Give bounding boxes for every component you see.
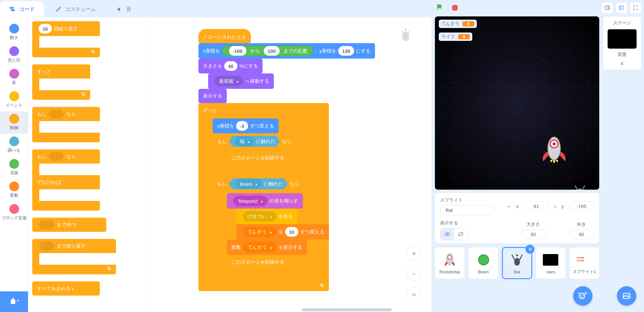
- block-broadcast[interactable]: げきつい を送る: [236, 209, 297, 224]
- svg-rect-0: [10, 7, 14, 9]
- sprite-y-input[interactable]: [569, 201, 594, 211]
- category-sound[interactable]: 音: [0, 66, 28, 89]
- sprite-card-beam[interactable]: Beam: [468, 247, 498, 279]
- stage-small-button[interactable]: [601, 2, 613, 14]
- svg-point-24: [514, 258, 520, 266]
- svg-text:+: +: [16, 298, 19, 303]
- category-events[interactable]: イベント: [0, 89, 28, 111]
- block-when-cloned[interactable]: クローンされたとき: [198, 29, 251, 43]
- block-go-to-layer[interactable]: 最前面 へ移動する: [208, 73, 274, 89]
- add-backdrop-fab[interactable]: [617, 286, 636, 306]
- stage-selector[interactable]: ステージ 背景 4: [603, 16, 641, 70]
- svg-point-6: [405, 29, 407, 31]
- palette-block-forever[interactable]: ずっと: [32, 64, 90, 100]
- stage-sprite-bat[interactable]: [573, 184, 586, 190]
- zoom-reset-button[interactable]: ＝: [407, 287, 421, 302]
- sprite-x-input[interactable]: [524, 201, 549, 211]
- block-if-touching-beam[interactable]: もし Beam に触れた なら: [213, 176, 329, 280]
- boolean-slot: [48, 152, 64, 161]
- dropdown-touch-target[interactable]: Beam: [235, 179, 262, 189]
- block-play-sound[interactable]: Teleport2 の音を鳴らす: [227, 193, 303, 209]
- svg-point-27: [580, 295, 582, 296]
- category-motion[interactable]: 動き: [0, 21, 28, 44]
- svg-rect-3: [12, 298, 14, 299]
- stage[interactable]: てんすう 0 ライフ 4: [435, 16, 600, 190]
- block-show-variable[interactable]: 変数 てんすう を表示する: [227, 240, 307, 255]
- green-flag-button[interactable]: [435, 2, 446, 13]
- sprite-name-input[interactable]: [440, 205, 495, 215]
- svg-text:+: +: [585, 291, 588, 296]
- palette-block-repeat-until[interactable]: まで繰り返す: [32, 239, 116, 274]
- sprite-direction-input[interactable]: [569, 229, 594, 239]
- category-sensing[interactable]: 調べる: [0, 134, 28, 156]
- stop-button[interactable]: [449, 2, 460, 13]
- dropdown-variable[interactable]: てんすう: [243, 227, 276, 237]
- reporter-touching-edge[interactable]: 端 に触れた: [229, 136, 280, 147]
- reporter-touching-beam[interactable]: Beam に触れた: [229, 178, 288, 189]
- block-change-y[interactable]: y座標を -3 ずつ変える: [213, 118, 279, 133]
- dropdown-variable[interactable]: てんすう: [243, 242, 276, 252]
- block-categories: 動き 見た目 音 イベント 制御 調べる 演算 変数 ブロック定義 +: [0, 17, 28, 312]
- palette-block-stop[interactable]: すべてを止める: [32, 281, 100, 296]
- block-forever[interactable]: ずっと y座標を -3 ずつ変える: [198, 103, 329, 291]
- sprite-size-input[interactable]: [521, 229, 546, 239]
- dropdown-touch-target[interactable]: 端: [235, 136, 254, 147]
- monitor-life[interactable]: ライフ 4: [439, 33, 472, 41]
- palette-block-wait-until[interactable]: まで待つ: [32, 218, 106, 232]
- reporter-random[interactable]: -100 から 100 までの乱数: [222, 46, 313, 56]
- dropdown-layer[interactable]: 最前面: [215, 76, 243, 86]
- horizontal-scrollbar[interactable]: [302, 308, 392, 311]
- svg-rect-11: [619, 6, 622, 10]
- stage-sprite-rocketship[interactable]: [541, 132, 567, 171]
- block-change-variable[interactable]: てんすう を 10 ずつ変える: [236, 224, 329, 240]
- tab-code[interactable]: コード: [0, 1, 44, 17]
- delete-sprite-button[interactable]: ✕: [525, 245, 534, 254]
- category-operators[interactable]: 演算: [0, 156, 28, 179]
- dropdown-sound[interactable]: Teleport2: [233, 196, 267, 206]
- dropdown-caret-icon: [246, 139, 250, 144]
- block-if-touching-edge[interactable]: もし 端 に触れた なら このクローンを削除する: [213, 133, 296, 176]
- svg-rect-9: [608, 6, 610, 10]
- add-extension-button[interactable]: +: [0, 291, 28, 312]
- block-palette[interactable]: 10回繰り返す ずっと もしなら: [28, 17, 147, 312]
- palette-block-if[interactable]: もしなら: [32, 107, 100, 142]
- svg-point-26: [579, 293, 585, 299]
- show-sprite-button[interactable]: [440, 228, 454, 240]
- sprite-card-stars[interactable]: stars: [535, 247, 566, 279]
- tab-costumes[interactable]: コスチューム: [46, 1, 105, 17]
- block-delete-clone[interactable]: このクローンを削除する: [227, 255, 289, 269]
- tab-sounds[interactable]: 音: [107, 1, 140, 17]
- palette-block-if-else[interactable]: もしなら でなければ: [32, 149, 100, 211]
- block-delete-clone[interactable]: このクローンを削除する: [227, 151, 296, 165]
- loop-arrow-icon: [91, 49, 95, 55]
- category-looks[interactable]: 見た目: [0, 44, 28, 66]
- svg-rect-1: [11, 9, 15, 11]
- monitor-score[interactable]: てんすう 0: [439, 20, 477, 28]
- dropdown-message[interactable]: げきつい: [243, 211, 276, 222]
- zoom-in-button[interactable]: ＋: [407, 246, 421, 260]
- backdrop-thumbnail: [608, 29, 637, 49]
- palette-block-repeat[interactable]: 10回繰り返す: [32, 21, 100, 57]
- boolean-slot: [39, 220, 55, 229]
- sprite-card-bat[interactable]: ✕ Bat: [502, 247, 533, 279]
- tab-sounds-label: 音: [126, 6, 131, 13]
- zoom-out-button[interactable]: －: [407, 266, 421, 281]
- block-set-size[interactable]: 大きさを 40 %にする: [198, 59, 263, 73]
- block-goto-xy[interactable]: x座標を -100 から 100 までの乱数 、y座標を 130 にする: [198, 43, 375, 59]
- workspace-zoom-controls: ＋ － ＝: [407, 246, 421, 302]
- category-variables[interactable]: 変数: [0, 179, 28, 202]
- block-show[interactable]: 表示する: [198, 89, 227, 103]
- add-sprite-fab[interactable]: +: [573, 286, 592, 306]
- hide-sprite-button[interactable]: [454, 228, 467, 240]
- dropdown-caret-icon: [235, 79, 239, 84]
- boolean-slot: [39, 241, 55, 251]
- stage-backdrop: [435, 16, 599, 190]
- category-myblocks[interactable]: ブロック定義: [0, 202, 28, 224]
- svg-point-25: [516, 254, 518, 256]
- fullscreen-button[interactable]: [630, 2, 641, 14]
- sprite-card-rocketship[interactable]: Rocketship: [435, 247, 465, 279]
- sprite-card-sprite1[interactable]: GAME OVER スプライト1: [569, 247, 600, 279]
- script-workspace[interactable]: クローンされたとき x座標を -100 から 100 までの乱数 、y座標を 1…: [147, 17, 432, 312]
- category-control[interactable]: 制御: [0, 111, 28, 134]
- stage-large-button[interactable]: [616, 2, 627, 14]
